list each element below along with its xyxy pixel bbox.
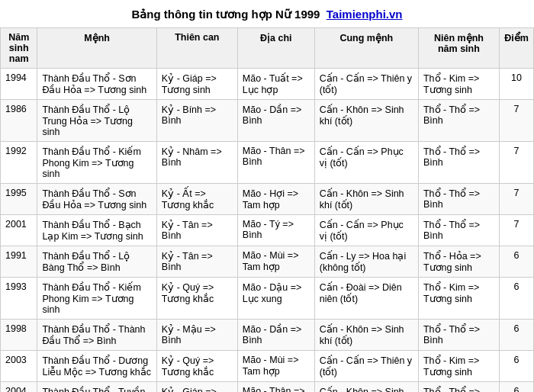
table-row: 1986 Thành Đầu Thổ - Lộ Trung Hỏa => Tươ… (1, 100, 534, 142)
cell-nam: 1993 (1, 278, 37, 320)
cell-diachi: Mão - Tý => Bình (237, 215, 314, 246)
compatibility-table: Nămsinhnam Mệnh Thiên can Địa chi Cung m… (0, 27, 534, 392)
cell-diachi: Mão - Mùi => Tam hợp (237, 246, 314, 278)
page-title: Bảng thông tin tương hợp Nữ 1999 Taimien… (0, 0, 534, 27)
header-thiencan: Thiên can (156, 28, 237, 69)
cell-nam: 2004 (1, 382, 37, 393)
cell-thiencan: Kỷ - Bính => Bình (156, 100, 237, 142)
header-nienmenh: Niên mệnh năm sinh (418, 28, 499, 69)
cell-nienmenh: Thổ - Thổ => Bình (418, 142, 499, 184)
table-row: 1991 Thành Đầu Thổ - Lộ Bàng Thổ => Bình… (1, 246, 534, 278)
cell-cungmenh: Cấn - Khôn => Sinh khí (tốt) (314, 100, 418, 142)
cell-nam: 2003 (1, 351, 37, 382)
table-row: 2003 Thành Đầu Thổ - Dương Liễu Mộc => T… (1, 351, 534, 382)
cell-nam: 2001 (1, 215, 37, 246)
cell-cungmenh: Cấn - Cấn => Thiên y (tốt) (314, 351, 418, 382)
cell-menh: Thành Đầu Thổ - Sơn Đầu Hỏa => Tương sin… (37, 184, 156, 215)
cell-diachi: Mão - Hợi => Tam hợp (237, 184, 314, 215)
cell-diem: 7 (499, 184, 533, 215)
cell-diachi: Mão - Thân => Bình (237, 142, 314, 184)
cell-cungmenh: Cấn - Đoài => Diên niên (tốt) (314, 278, 418, 320)
cell-thiencan: Kỷ - Tân => Bình (156, 246, 237, 278)
cell-menh: Thành Đầu Thổ - Bạch Lạp Kim => Tương si… (37, 215, 156, 246)
cell-diem: 7 (499, 142, 533, 184)
cell-thiencan: Kỷ - Nhâm => Bình (156, 142, 237, 184)
cell-nam: 1998 (1, 320, 37, 351)
cell-menh: Thành Đầu Thổ - Lộ Trung Hỏa => Tương si… (37, 100, 156, 142)
cell-diem: 10 (499, 69, 533, 100)
cell-diachi: Mão - Tuất => Lục hợp (237, 69, 314, 100)
cell-cungmenh: Cấn - Cấn => Thiên y (tốt) (314, 69, 418, 100)
cell-thiencan: Kỷ - Giáp => Tương sinh (156, 69, 237, 100)
cell-menh: Thành Đầu Thổ - Kiếm Phong Kim => Tương … (37, 278, 156, 320)
cell-nienmenh: Thổ - Kim => Tương sinh (418, 351, 499, 382)
header-diem: Điểm (499, 28, 533, 69)
cell-nam: 1986 (1, 100, 37, 142)
table-row: 2004 Thành Đầu Thổ - Tuyền Trung Thủy =>… (1, 382, 534, 393)
cell-menh: Thành Đầu Thổ - Tuyền Trung Thủy => Tươn… (37, 382, 156, 393)
cell-nienmenh: Thổ - Thổ => Bình (418, 215, 499, 246)
cell-cungmenh: Cấn - Khôn => Sinh khí (tốt) (314, 382, 418, 393)
table-row: 1994 Thành Đầu Thổ - Sơn Đầu Hỏa => Tươn… (1, 69, 534, 100)
cell-nienmenh: Thổ - Thổ => Bình (418, 184, 499, 215)
cell-diachi: Mão - Dậu => Lục xung (237, 278, 314, 320)
cell-thiencan: Kỷ - Tân => Bình (156, 215, 237, 246)
cell-diachi: Mão - Dần => Bình (237, 100, 314, 142)
cell-cungmenh: Cấn - Cấn => Phục vị (tốt) (314, 142, 418, 184)
cell-nienmenh: Thổ - Thổ => Bình (418, 382, 499, 393)
cell-nienmenh: Thổ - Kim => Tương sinh (418, 69, 499, 100)
title-link[interactable]: Taimienphi.vn (327, 8, 403, 21)
cell-nam: 1995 (1, 184, 37, 215)
cell-cungmenh: Cấn - Khôn => Sinh khí (tốt) (314, 184, 418, 215)
cell-nienmenh: Thổ - Thổ => Bình (418, 100, 499, 142)
cell-nam: 1992 (1, 142, 37, 184)
cell-menh: Thành Đầu Thổ - Kiếm Phong Kim => Tương … (37, 142, 156, 184)
cell-diachi: Mão - Mùi => Tam hợp (237, 351, 314, 382)
cell-thiencan: Kỷ - Quý => Tương khắc (156, 351, 237, 382)
cell-menh: Thành Đầu Thổ - Sơn Đầu Hỏa => Tương sin… (37, 69, 156, 100)
table-row: 2001 Thành Đầu Thổ - Bạch Lạp Kim => Tươ… (1, 215, 534, 246)
header-diachi: Địa chi (237, 28, 314, 69)
cell-diachi: Mão - Thân => Bình (237, 382, 314, 393)
cell-nienmenh: Thổ - Hỏa => Tương sinh (418, 246, 499, 278)
cell-cungmenh: Cấn - Khôn => Sinh khí (tốt) (314, 320, 418, 351)
cell-menh: Thành Đầu Thổ - Dương Liễu Mộc => Tương … (37, 351, 156, 382)
cell-diem: 6 (499, 246, 533, 278)
cell-cungmenh: Cấn - Cấn => Phục vị (tốt) (314, 215, 418, 246)
cell-diem: 6 (499, 382, 533, 393)
cell-diem: 6 (499, 351, 533, 382)
cell-diem: 6 (499, 320, 533, 351)
cell-menh: Thành Đầu Thổ - Lộ Bàng Thổ => Bình (37, 246, 156, 278)
cell-menh: Thành Đầu Thổ - Thành Đầu Thổ => Bình (37, 320, 156, 351)
cell-nienmenh: Thổ - Thổ => Bình (418, 320, 499, 351)
cell-thiencan: Kỷ - Mậu => Bình (156, 320, 237, 351)
cell-diem: 7 (499, 100, 533, 142)
table-row: 1995 Thành Đầu Thổ - Sơn Đầu Hỏa => Tươn… (1, 184, 534, 215)
header-nam: Nămsinhnam (1, 28, 37, 69)
cell-thiencan: Kỷ - Ất => Tương khắc (156, 184, 237, 215)
table-row: 1998 Thành Đầu Thổ - Thành Đầu Thổ => Bì… (1, 320, 534, 351)
table-row: 1993 Thành Đầu Thổ - Kiếm Phong Kim => T… (1, 278, 534, 320)
header-menh: Mệnh (37, 28, 156, 69)
cell-diachi: Mão - Dần => Bình (237, 320, 314, 351)
cell-diem: 6 (499, 278, 533, 320)
cell-nam: 1994 (1, 69, 37, 100)
cell-diem: 7 (499, 215, 533, 246)
cell-nam: 1991 (1, 246, 37, 278)
cell-thiencan: Kỷ - Quý => Tương khắc (156, 278, 237, 320)
header-cungmenh: Cung mệnh (314, 28, 418, 69)
cell-cungmenh: Cấn - Ly => Hoa hại (không tốt) (314, 246, 418, 278)
cell-nienmenh: Thổ - Kim => Tương sinh (418, 278, 499, 320)
cell-thiencan: Kỷ - Giáp => Tương sinh (156, 382, 237, 393)
table-row: 1992 Thành Đầu Thổ - Kiếm Phong Kim => T… (1, 142, 534, 184)
